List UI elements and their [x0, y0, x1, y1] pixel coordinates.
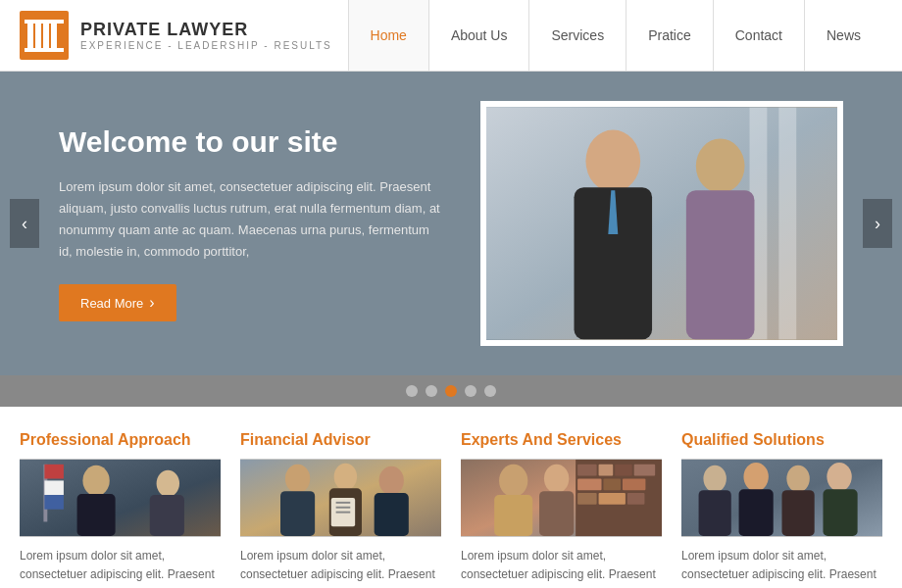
hero-heading: Welcome to our site [59, 125, 441, 159]
feature-professional-title: Professional Approach [20, 431, 221, 449]
svg-point-54 [743, 463, 768, 491]
logo-text: PRIVATE LAWYER EXPERIENCE - LEADERSHIP -… [80, 20, 332, 51]
feature-experts-text: Lorem ipsum dolor sit amet, consectetuer… [461, 547, 662, 584]
header: PRIVATE LAWYER EXPERIENCE - LEADERSHIP -… [0, 0, 902, 72]
feature-qualified-title: Qualified Solutions [681, 431, 882, 449]
svg-rect-34 [336, 512, 351, 514]
feature-financial-text: Lorem ipsum dolor sit amet, consectetuer… [240, 547, 441, 584]
svg-rect-21 [44, 465, 64, 479]
slider-dot-2[interactable] [426, 385, 437, 397]
slider-prev-button[interactable]: ‹ [10, 199, 39, 248]
chevron-right-icon: › [875, 214, 880, 234]
svg-rect-37 [577, 465, 597, 476]
slider-dot-3[interactable] [445, 385, 457, 397]
svg-rect-19 [150, 495, 184, 536]
svg-rect-55 [739, 489, 774, 536]
svg-rect-50 [539, 491, 574, 536]
logo-subtitle: EXPERIENCE - LEADERSHIP - RESULTS [80, 40, 332, 51]
svg-point-47 [499, 465, 527, 497]
svg-rect-38 [599, 465, 614, 476]
svg-rect-6 [25, 20, 64, 24]
feature-qualified: Qualified Solutions [681, 431, 882, 584]
nav-pratice[interactable]: Pratice [626, 0, 713, 71]
hero-slider: ‹ Welcome to our site Lorem ipsum dolor … [0, 72, 902, 375]
feature-financial-thumb [240, 459, 441, 537]
svg-point-27 [334, 464, 357, 490]
hero-text-block: Welcome to our site Lorem ipsum dolor si… [59, 125, 441, 321]
svg-rect-43 [623, 478, 645, 490]
chevron-left-icon: ‹ [22, 214, 27, 234]
feature-experts-thumb [461, 459, 662, 537]
svg-rect-42 [603, 478, 621, 490]
main-nav: Home About Us Services Pratice Contact N… [348, 0, 882, 71]
logo-title: PRIVATE LAWYER [80, 20, 332, 40]
svg-point-52 [703, 466, 726, 492]
feature-financial-title: Financial Advisor [240, 431, 441, 449]
slider-dot-1[interactable] [406, 385, 418, 397]
nav-services[interactable]: Services [528, 0, 626, 71]
feature-professional-text: Lorem ipsum dolor sit amet, consectetuer… [20, 547, 221, 584]
feature-qualified-text: Lorem ipsum dolor sit amet, consectetuer… [681, 547, 882, 584]
hero-image [480, 101, 843, 346]
svg-point-56 [786, 466, 809, 492]
svg-rect-17 [77, 494, 116, 536]
svg-rect-44 [577, 493, 597, 505]
read-more-button[interactable]: Read More [59, 284, 176, 321]
logo-icon [20, 11, 69, 60]
slider-dots [0, 375, 902, 407]
svg-rect-39 [615, 465, 632, 476]
svg-point-16 [82, 466, 109, 496]
slider-dot-4[interactable] [465, 385, 476, 397]
svg-point-58 [827, 463, 851, 491]
svg-point-12 [696, 138, 745, 193]
svg-point-10 [585, 130, 640, 193]
feature-qualified-thumb [681, 459, 882, 537]
svg-rect-33 [336, 507, 351, 509]
feature-experts-title: Experts And Services [461, 431, 662, 449]
svg-rect-4 [51, 23, 57, 48]
hero-image-placeholder [486, 107, 837, 340]
hero-illustration [486, 107, 837, 340]
svg-point-29 [379, 466, 404, 495]
nav-about[interactable]: About Us [428, 0, 529, 71]
svg-rect-23 [44, 495, 64, 510]
svg-rect-53 [699, 490, 731, 536]
slider-dot-5[interactable] [484, 385, 496, 397]
logo-area: PRIVATE LAWYER EXPERIENCE - LEADERSHIP -… [20, 11, 332, 60]
nav-news[interactable]: News [804, 0, 882, 71]
svg-rect-5 [25, 48, 64, 52]
svg-rect-1 [27, 23, 33, 48]
svg-rect-40 [634, 465, 655, 476]
feature-financial: Financial Advisor [240, 431, 441, 584]
hero-body: Lorem ipsum dolor sit amet, consectetuer… [59, 176, 441, 263]
feature-professional-thumb [20, 459, 221, 537]
slider-next-button[interactable]: › [863, 199, 892, 248]
svg-rect-46 [627, 493, 645, 505]
svg-rect-32 [336, 502, 351, 504]
feature-professional: Professional Approach [20, 431, 221, 584]
nav-contact[interactable]: Contact [713, 0, 804, 71]
svg-point-18 [157, 470, 179, 497]
svg-rect-41 [577, 478, 601, 490]
svg-rect-30 [375, 493, 409, 536]
svg-point-49 [544, 465, 569, 493]
nav-home[interactable]: Home [348, 0, 428, 71]
svg-rect-57 [782, 490, 815, 536]
svg-rect-3 [43, 23, 49, 48]
features-section: Professional Approach [0, 407, 902, 588]
svg-rect-45 [599, 493, 626, 505]
svg-rect-48 [494, 495, 532, 536]
svg-rect-22 [44, 480, 64, 495]
hero-content: Welcome to our site Lorem ipsum dolor si… [0, 72, 902, 375]
svg-rect-9 [778, 108, 796, 340]
svg-point-25 [285, 465, 310, 493]
svg-rect-13 [686, 190, 755, 339]
svg-rect-59 [823, 489, 857, 536]
svg-rect-2 [35, 23, 41, 48]
feature-experts: Experts And Services [461, 431, 662, 584]
svg-rect-26 [280, 491, 315, 536]
